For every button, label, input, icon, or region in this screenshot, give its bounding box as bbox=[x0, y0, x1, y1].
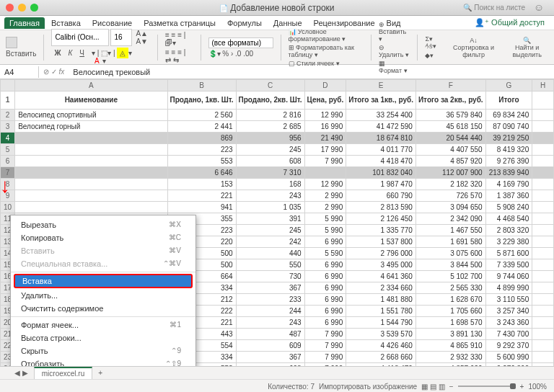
ctx-Формат ячеек...[interactable]: Формат ячеек...⌘1 bbox=[11, 318, 195, 331]
ctx-Специальная вставка...[interactable]: Специальная вставка...⌃⌘V bbox=[11, 257, 195, 270]
footer: ◀ ▶ microexcel.ru + Количество: 7 Импорт… bbox=[0, 366, 554, 392]
bold-button[interactable]: Ж bbox=[51, 48, 63, 66]
status-count: Количество: 7 bbox=[268, 383, 315, 391]
ctx-Очистить содержимое[interactable]: Очистить содержимое bbox=[11, 302, 195, 315]
paste-icon bbox=[6, 37, 17, 48]
titlebar: Добавление новой строки 🔍 Поиск на листе… bbox=[0, 0, 554, 16]
menu-Формулы[interactable]: Формулы bbox=[222, 17, 267, 29]
paste-group[interactable]: Вставить bbox=[6, 37, 36, 58]
zoom-in[interactable]: + bbox=[520, 383, 524, 391]
ribbon: Вставить A▲ A▼ Ж К Ч ▾ | ⬚▾ | ◬▾ A▾ ≡ ≡ … bbox=[0, 30, 554, 65]
menu-Рецензирование[interactable]: Рецензирование bbox=[309, 17, 380, 29]
sheet-tab[interactable]: microexcel.ru bbox=[34, 367, 92, 379]
window-controls[interactable] bbox=[6, 4, 38, 12]
formula-input[interactable]: Велосипед трековый bbox=[69, 66, 554, 78]
formula-bar: A4 ⊘ ✓ fx Велосипед трековый bbox=[0, 65, 554, 79]
view-buttons[interactable]: ▦ ▤ ▥ bbox=[421, 383, 445, 391]
font-size[interactable] bbox=[110, 29, 132, 46]
context-menu: Вырезать⌘XКопировать⌘CВставить⌘VСпециаль… bbox=[10, 215, 196, 366]
underline-button[interactable]: Ч bbox=[76, 48, 87, 66]
fx-icons[interactable]: ⊘ ✓ fx bbox=[39, 66, 69, 77]
ctx-Вырезать[interactable]: Вырезать⌘X bbox=[11, 218, 195, 231]
ctx-Копировать[interactable]: Копировать⌘C bbox=[11, 231, 195, 244]
share-button[interactable]: 👤⁺ Общий доступ bbox=[470, 17, 550, 29]
zoom-slider[interactable] bbox=[458, 386, 516, 387]
menu-Главная[interactable]: Главная bbox=[4, 17, 45, 29]
zoom-out[interactable]: − bbox=[449, 383, 454, 391]
font-select[interactable] bbox=[51, 29, 109, 46]
add-sheet[interactable]: + bbox=[98, 369, 102, 377]
name-box[interactable]: A4 bbox=[0, 66, 39, 78]
paste-label: Вставить bbox=[6, 50, 36, 58]
menu-Рисование[interactable]: Рисование bbox=[87, 17, 137, 29]
as-table[interactable]: ⊞ Форматировать как таблицу ▾ bbox=[289, 44, 364, 58]
italic-button[interactable]: К bbox=[65, 48, 75, 66]
find-select[interactable]: 🔍Найти и выделить bbox=[506, 37, 548, 58]
search-box[interactable]: 🔍 Поиск на листе bbox=[463, 4, 525, 12]
window-title: Добавление новой строки bbox=[219, 3, 334, 13]
grid[interactable]: ↓ ABCDEFGH1НаименованиеПродано, 1кв. Шт.… bbox=[0, 79, 554, 366]
ctx-Высота строки...[interactable]: Высота строки... bbox=[11, 331, 195, 344]
ctx-Отобразить[interactable]: Отобразить⌃⇧9 bbox=[11, 357, 195, 366]
ctx-Скрыть[interactable]: Скрыть⌃9 bbox=[11, 344, 195, 357]
ctx-Вставить[interactable]: Вставить⌘V bbox=[11, 244, 195, 257]
number-format[interactable] bbox=[208, 37, 273, 48]
user-icon[interactable]: ☺ bbox=[534, 1, 544, 13]
ctx-Вставка[interactable]: Вставка bbox=[14, 274, 193, 288]
menu-Вставка[interactable]: Вставка bbox=[46, 17, 86, 29]
menu-Разметка страницы[interactable]: Разметка страницы bbox=[138, 17, 221, 29]
sort-filter[interactable]: A↓Сортировка и фильтр bbox=[449, 37, 499, 58]
insert-cells[interactable]: ⊕ Вставить ▾ bbox=[379, 21, 410, 43]
menu-Данные[interactable]: Данные bbox=[268, 17, 307, 29]
cond-format[interactable]: 📊 Условное форматирование ▾ bbox=[289, 28, 364, 43]
red-arrow-annotation: ↓ bbox=[0, 174, 10, 197]
status-action[interactable]: Импортировать изображение bbox=[319, 383, 417, 391]
ctx-Удалить...[interactable]: Удалить... bbox=[11, 289, 195, 302]
zoom-level[interactable]: 100% bbox=[528, 383, 547, 391]
sheet-tabs[interactable]: ◀ ▶ microexcel.ru + bbox=[0, 367, 554, 380]
delete-cells[interactable]: ⊖ Удалить ▾ bbox=[379, 44, 410, 58]
